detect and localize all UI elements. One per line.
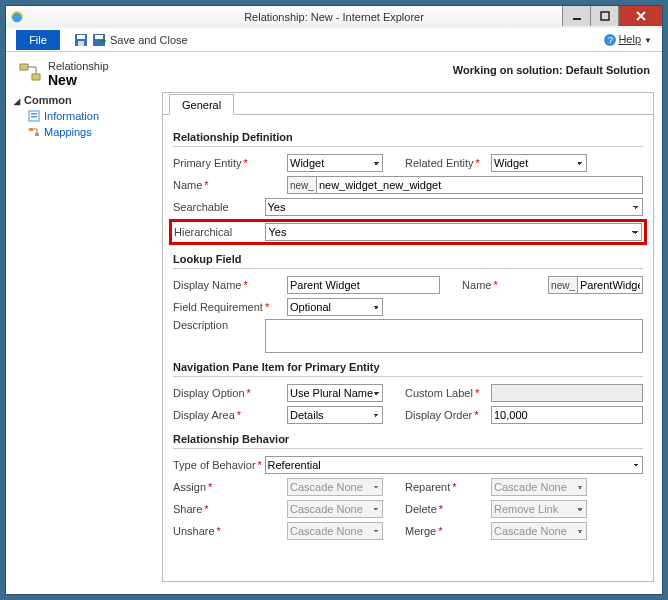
collapse-icon: ◢ <box>14 97 20 106</box>
display-order-input[interactable] <box>491 406 643 424</box>
hierarchical-select[interactable]: Yes <box>265 223 642 241</box>
type-of-behavior-select[interactable]: Referential <box>265 456 643 474</box>
share-select: Cascade None <box>287 500 383 518</box>
lookup-name-input[interactable] <box>577 276 643 294</box>
display-option-select[interactable]: Use Plural Name <box>287 384 383 402</box>
searchable-label: Searchable <box>173 201 265 213</box>
section-relationship-definition: Relationship Definition <box>173 131 643 147</box>
mappings-icon <box>28 126 40 138</box>
information-icon <box>28 110 40 122</box>
svg-rect-2 <box>601 12 609 20</box>
description-textarea[interactable] <box>265 319 643 353</box>
solution-label: Working on solution: Default Solution <box>158 60 650 88</box>
type-of-behavior-label: Type of Behavior <box>173 459 256 471</box>
sidebar-section-common[interactable]: ◢Common <box>14 92 158 108</box>
related-entity-label: Related Entity <box>405 157 473 169</box>
share-label: Share <box>173 503 202 515</box>
sidebar-item-information[interactable]: Information <box>14 108 158 124</box>
section-lookup-field: Lookup Field <box>173 253 643 269</box>
assign-label: Assign <box>173 481 206 493</box>
maximize-button[interactable] <box>590 6 618 26</box>
save-icon[interactable] <box>74 33 88 47</box>
description-label: Description <box>173 319 265 331</box>
sidebar-item-mappings[interactable]: Mappings <box>14 124 158 140</box>
svg-rect-9 <box>32 74 40 80</box>
display-area-select[interactable]: Details <box>287 406 383 424</box>
field-requirement-select[interactable]: Optional <box>287 298 383 316</box>
merge-select: Cascade None <box>491 522 587 540</box>
save-close-icon[interactable] <box>92 33 106 47</box>
name-input[interactable] <box>316 176 643 194</box>
content-panel: General Relationship Definition Primary … <box>162 92 654 582</box>
svg-rect-5 <box>78 41 84 46</box>
entity-type-label: Relationship <box>48 60 109 72</box>
tab-general[interactable]: General <box>169 94 234 115</box>
record-name: New <box>48 72 109 88</box>
svg-rect-13 <box>29 128 33 131</box>
form-pane[interactable]: Relationship Definition Primary Entity* … <box>163 115 653 581</box>
help-menu[interactable]: ?Help ▼ <box>604 33 652 46</box>
svg-rect-11 <box>31 113 37 115</box>
svg-rect-12 <box>31 116 37 118</box>
primary-entity-select[interactable]: Widget <box>287 154 383 172</box>
merge-label: Merge <box>405 525 436 537</box>
display-area-label: Display Area <box>173 409 235 421</box>
lookup-name-prefix: new_ <box>548 276 577 294</box>
delete-label: Delete <box>405 503 437 515</box>
help-icon: ? <box>604 34 616 46</box>
section-behavior: Relationship Behavior <box>173 433 643 449</box>
svg-rect-8 <box>20 64 28 70</box>
custom-label-label: Custom Label <box>405 387 473 399</box>
display-name-input[interactable] <box>287 276 440 294</box>
toolbar: File Save and Close ?Help ▼ <box>6 28 662 52</box>
file-menu-button[interactable]: File <box>16 30 60 50</box>
section-nav-pane: Navigation Pane Item for Primary Entity <box>173 361 643 377</box>
window-title: Relationship: New - Internet Explorer <box>244 11 424 23</box>
save-close-button[interactable]: Save and Close <box>110 34 188 46</box>
tabs: General <box>163 93 653 115</box>
relationship-icon <box>18 60 42 84</box>
svg-rect-14 <box>35 133 39 136</box>
minimize-button[interactable] <box>562 6 590 26</box>
custom-label-input[interactable] <box>491 384 643 402</box>
delete-select: Remove Link <box>491 500 587 518</box>
name-prefix: new_ <box>287 176 316 194</box>
name-label: Name <box>173 179 202 191</box>
svg-rect-1 <box>573 18 581 20</box>
ie-icon <box>10 10 24 24</box>
window-buttons <box>562 6 662 26</box>
display-option-label: Display Option <box>173 387 245 399</box>
hierarchical-row-highlight: Hierarchical Yes <box>169 219 647 245</box>
reparent-label: Reparent <box>405 481 450 493</box>
sidebar: ◢Common Information Mappings <box>14 92 162 582</box>
window: Relationship: New - Internet Explorer Fi… <box>5 5 663 595</box>
svg-rect-4 <box>77 35 85 39</box>
related-entity-select[interactable]: Widget <box>491 154 587 172</box>
field-requirement-label: Field Requirement <box>173 301 263 313</box>
display-name-label: Display Name <box>173 279 241 291</box>
display-order-label: Display Order <box>405 409 472 421</box>
searchable-select[interactable]: Yes <box>265 198 643 216</box>
assign-select: Cascade None <box>287 478 383 496</box>
lookup-name-label: Name <box>462 279 491 291</box>
header: Relationship New Working on solution: De… <box>6 52 662 92</box>
primary-entity-label: Primary Entity <box>173 157 241 169</box>
titlebar: Relationship: New - Internet Explorer <box>6 6 662 28</box>
unshare-label: Unshare <box>173 525 215 537</box>
svg-rect-7 <box>95 35 103 39</box>
reparent-select: Cascade None <box>491 478 587 496</box>
hierarchical-label: Hierarchical <box>174 226 265 238</box>
close-button[interactable] <box>618 6 662 26</box>
unshare-select: Cascade None <box>287 522 383 540</box>
